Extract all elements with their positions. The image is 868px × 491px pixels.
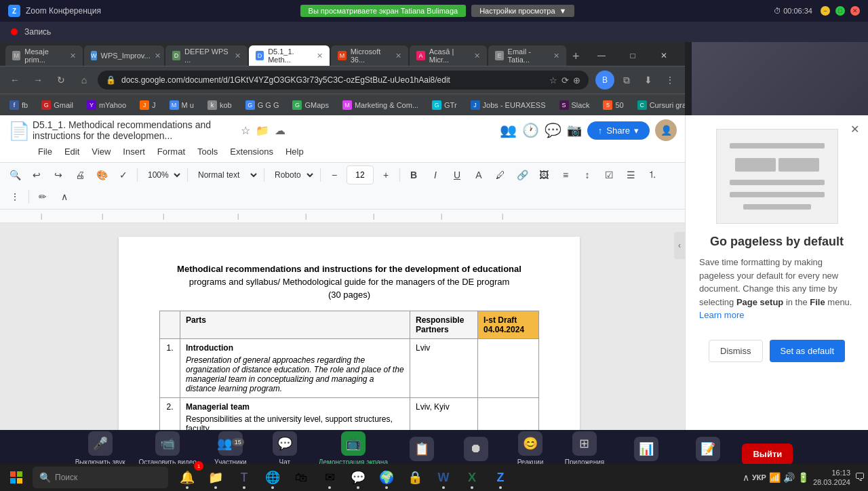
start-button[interactable] — [3, 464, 30, 491]
tab-wps[interactable]: W WPS_Improv... ✕ — [84, 45, 164, 66]
align-btn[interactable]: ≡ — [556, 165, 575, 184]
close-icon[interactable]: ✕ — [850, 6, 860, 16]
home-button[interactable]: ⌂ — [75, 71, 94, 90]
taskbar-mail[interactable]: ✉ — [316, 464, 343, 491]
search-toolbar-btn[interactable]: 🔍 — [5, 165, 24, 184]
taskbar-whatsapp[interactable]: 💬 — [344, 464, 372, 491]
taskbar-notif-app[interactable]: 🔔 1 — [174, 464, 201, 491]
line-spacing-btn[interactable]: ↕ — [578, 165, 597, 184]
share-button[interactable]: ↑ Share ▾ — [587, 121, 650, 140]
camera-icon[interactable]: 📷 — [567, 123, 582, 138]
taskbar-edge[interactable]: 🌐 — [259, 464, 286, 491]
cloud-icon[interactable]: ☁ — [275, 124, 285, 137]
text-style-select[interactable]: Normal text — [192, 165, 260, 184]
bookmark-j[interactable]: J J — [136, 99, 160, 111]
font-size-box[interactable]: 12 — [347, 165, 374, 184]
tab-close-icon[interactable]: ✕ — [235, 52, 241, 60]
bookmark-slack[interactable]: S Slack — [555, 99, 594, 111]
notification-icon[interactable]: 🗨 — [854, 471, 865, 484]
paint-format-btn[interactable]: 🎨 — [92, 165, 111, 184]
taskbar-chrome[interactable]: 🌍 — [373, 464, 400, 491]
star-icon[interactable]: ☆ — [241, 124, 250, 137]
leave-button[interactable]: Выйти — [742, 444, 793, 465]
bookmark-gmail[interactable]: G Gmail — [37, 99, 77, 111]
link-btn[interactable]: 🔗 — [513, 165, 532, 184]
font-select[interactable]: Roboto — [269, 165, 316, 184]
address-input[interactable]: 🔒 docs.google.com/document/d/1GKtV4YZgO3… — [98, 71, 589, 90]
tab-close-icon[interactable]: ✕ — [474, 52, 480, 60]
minimize-icon[interactable]: − — [821, 6, 830, 16]
browser-maximize[interactable]: □ — [617, 45, 648, 66]
bookmark-marketing[interactable]: M Marketing & Com... — [338, 99, 422, 111]
zoom-settings-badge[interactable]: Настройки просмотра ▼ — [471, 5, 574, 17]
numbered-list-btn[interactable]: ⒈ — [643, 165, 662, 184]
tab-defep[interactable]: D DEFEP WPS ... ✕ — [165, 45, 248, 66]
menu-extensions[interactable]: Extensions — [224, 144, 279, 159]
italic-btn[interactable]: I — [426, 165, 445, 184]
menu-view[interactable]: View — [86, 144, 116, 159]
taskbar-word[interactable]: W — [430, 464, 457, 491]
taskbar-excel[interactable]: X — [458, 464, 486, 491]
forward-button[interactable]: → — [28, 71, 47, 90]
taskbar-zoom[interactable]: Z — [487, 464, 514, 491]
new-tab-button[interactable]: + — [568, 47, 585, 66]
checklist-btn[interactable]: ☑ — [599, 165, 618, 184]
tab-close-icon[interactable]: ✕ — [155, 52, 161, 60]
tab-close-icon[interactable]: ✕ — [317, 52, 323, 60]
gdocs-doc-title[interactable]: D5.1_1. Methodical recommendations and i… — [33, 119, 235, 141]
learn-more-link[interactable]: Learn more — [699, 310, 744, 320]
windows-search[interactable]: 🔍 Поиск — [33, 467, 168, 488]
taskbar-app9[interactable]: 🔒 — [401, 464, 429, 491]
network-icon[interactable]: 📶 — [769, 472, 781, 483]
more-btn[interactable]: ⋮ — [5, 187, 24, 206]
bookmark-gtr[interactable]: G GTr — [428, 99, 461, 111]
print-btn[interactable]: 🖨 — [71, 165, 90, 184]
menu-tools[interactable]: Tools — [192, 144, 223, 159]
back-button[interactable]: ← — [5, 71, 24, 90]
tab-close-icon[interactable]: ✕ — [70, 52, 76, 60]
sidebar-close-button[interactable]: ✕ — [846, 121, 863, 137]
tab-d51-active[interactable]: D D5.1_1. Meth... ✕ — [249, 45, 330, 66]
taskbar-store[interactable]: 🛍 — [288, 464, 315, 491]
menu-edit[interactable]: Edit — [59, 144, 85, 159]
browser-close[interactable]: ✕ — [648, 45, 679, 66]
share-icon[interactable]: ⊕ — [573, 75, 580, 85]
doc-area[interactable]: Methodical recommendations and instructi… — [0, 223, 685, 430]
volume-icon[interactable]: 🔊 — [783, 472, 795, 483]
chat-icon[interactable]: 💬 — [545, 122, 561, 138]
browser-menu-icon[interactable]: ⋮ — [660, 71, 679, 90]
bookmark-50[interactable]: 5 50 — [599, 99, 627, 111]
bookmark-mu[interactable]: M M u — [165, 99, 198, 111]
bookmark-gmaps[interactable]: G GMaps — [288, 99, 332, 111]
menu-help[interactable]: Help — [280, 144, 309, 159]
redo-btn[interactable]: ↪ — [49, 165, 68, 184]
tab-mesaje[interactable]: M Mesaje prim... ✕ — [5, 45, 83, 66]
sidebar-toggle[interactable]: ‹ — [674, 232, 685, 259]
bookmark-kob[interactable]: k kob — [203, 99, 236, 111]
zoom-selector[interactable]: 100% — [142, 165, 183, 184]
browser-minimize[interactable]: — — [586, 45, 617, 66]
collapse-toolbar-btn[interactable]: ∧ — [55, 187, 74, 206]
user-avatar[interactable]: 👤 — [655, 119, 677, 141]
language-indicator[interactable]: УКР — [752, 473, 766, 482]
taskbar-teams[interactable]: T — [231, 464, 258, 491]
extensions-icon[interactable]: ⧉ — [617, 71, 636, 90]
refresh-button[interactable]: ↻ — [52, 71, 71, 90]
bookmark-fb[interactable]: f fb — [5, 99, 32, 111]
bookmark-cursuri[interactable]: C Cursuri gratis — [633, 99, 685, 111]
tab-close-icon[interactable]: ✕ — [395, 52, 401, 60]
menu-format[interactable]: Format — [152, 144, 191, 159]
tab-email[interactable]: E Email - Tatia... ✕ — [488, 45, 566, 66]
font-size-decrease-btn[interactable]: − — [325, 165, 344, 184]
profile-icon[interactable]: B — [595, 71, 614, 90]
undo-btn[interactable]: ↩ — [27, 165, 46, 184]
format-paint-btn[interactable]: ✏ — [33, 187, 52, 206]
bookmark-icon[interactable]: ☆ — [549, 75, 557, 85]
system-clock[interactable]: 16:13 28.03.2024 — [813, 468, 850, 488]
menu-insert[interactable]: Insert — [117, 144, 151, 159]
list-btn[interactable]: ☰ — [621, 165, 640, 184]
font-size-increase-btn[interactable]: + — [376, 165, 395, 184]
customize-icon[interactable]: ⟳ — [561, 75, 569, 85]
bookmark-ggg[interactable]: G G G G — [241, 99, 283, 111]
zoom-select[interactable]: 100% — [142, 165, 183, 184]
